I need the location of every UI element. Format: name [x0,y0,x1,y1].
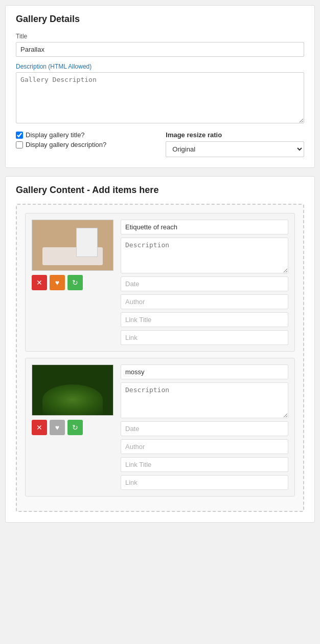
gallery-details-card: Gallery Details Title Description (HTML … [5,5,315,168]
display-title-checkbox[interactable] [16,132,23,139]
item-2-buttons: ✕ ♥ ↻ [32,420,113,435]
item-1-date-input[interactable] [121,276,288,291]
remove-icon: ✕ [36,278,42,287]
display-description-label: Display gallery description? [26,141,106,148]
gallery-content-area: ✕ ♥ ↻ [16,204,304,512]
item-1-description-textarea[interactable] [121,238,288,273]
gallery-content-card: Gallery Content - Add items here ✕ ♥ ↻ [5,176,315,523]
item-2-author-input[interactable] [121,439,288,454]
item-2-date-input[interactable] [121,421,288,436]
display-title-checkbox-row[interactable]: Display gallery title? [16,131,160,139]
item-1-favorite-button[interactable]: ♥ [50,275,65,290]
item-2-left: ✕ ♥ ↻ [32,364,113,435]
heart-icon-2: ♥ [55,423,59,432]
item-2-right [121,364,288,490]
gallery-item-1: ✕ ♥ ↻ [25,213,295,352]
item-2-title-input[interactable] [121,364,288,379]
title-label: Title [16,33,304,40]
item-2-remove-button[interactable]: ✕ [32,420,47,435]
item-2-image [32,364,113,416]
item-1-right [121,220,288,345]
refresh-icon: ↻ [72,278,78,287]
item-2-link-title-input[interactable] [121,457,288,472]
item-1-link-title-input[interactable] [121,312,288,327]
item-2-refresh-button[interactable]: ↻ [67,420,83,435]
item-1-link-input[interactable] [121,330,288,345]
refresh-icon-2: ↻ [72,423,78,432]
item-1-left: ✕ ♥ ↻ [32,220,113,290]
image-resize-label: Image resize ratio [166,131,304,139]
image-resize-section: Image resize ratio Original 1:1 4:3 16:9 [166,131,304,157]
display-description-checkbox[interactable] [16,141,23,148]
title-input[interactable] [16,42,304,57]
item-1-title-input[interactable] [121,220,288,234]
description-textarea[interactable] [16,72,304,123]
checkbox-group: Display gallery title? Display gallery d… [16,131,160,148]
display-description-checkbox-row[interactable]: Display gallery description? [16,141,160,148]
gallery-item-2: ✕ ♥ ↻ [25,358,295,497]
item-2-favorite-button[interactable]: ♥ [50,420,65,435]
item-1-buttons: ✕ ♥ ↻ [32,275,113,290]
item-2-link-input[interactable] [121,475,288,490]
item-2-description-textarea[interactable] [121,382,288,418]
item-1-refresh-button[interactable]: ↻ [67,275,83,290]
item-1-author-input[interactable] [121,294,288,309]
gallery-details-title: Gallery Details [16,14,304,25]
display-title-label: Display gallery title? [26,131,85,139]
item-1-image [32,220,113,271]
gallery-content-title: Gallery Content - Add items here [16,185,304,196]
heart-icon: ♥ [55,278,59,287]
title-group: Title [16,33,304,57]
item-1-remove-button[interactable]: ✕ [32,275,47,290]
image-resize-select[interactable]: Original 1:1 4:3 16:9 [166,141,304,157]
description-label: Description (HTML Allowed) [16,63,304,70]
description-group: Description (HTML Allowed) [16,63,304,125]
options-row: Display gallery title? Display gallery d… [16,131,304,157]
page-wrapper: Gallery Details Title Description (HTML … [0,0,320,536]
remove-icon-2: ✕ [36,423,42,432]
